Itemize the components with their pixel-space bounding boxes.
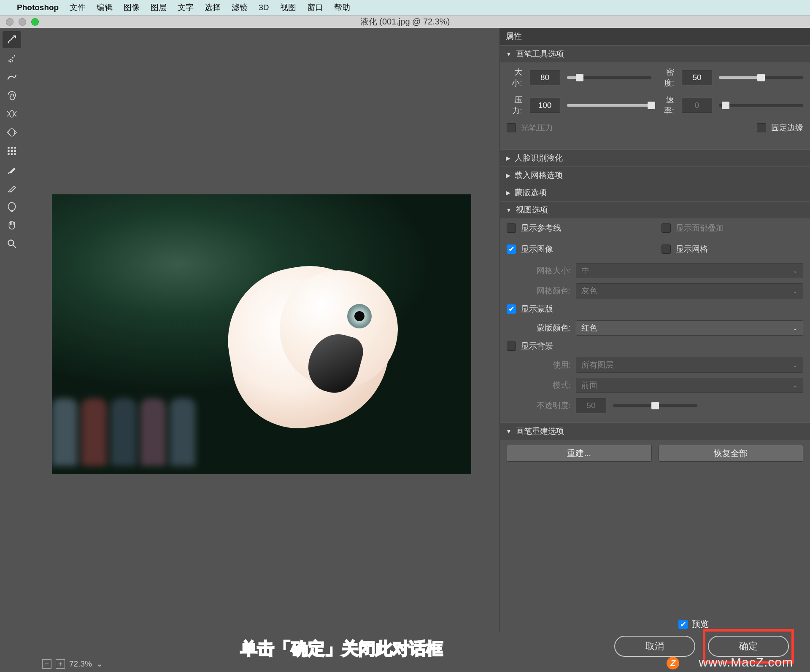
svg-point-15 [8, 240, 14, 245]
ok-button[interactable]: 确定 [708, 636, 789, 657]
size-input[interactable]: 80 [530, 70, 560, 85]
show-face-overlay-label: 显示面部叠加 [676, 223, 724, 234]
chevron-down-icon: ▼ [506, 51, 512, 57]
mesh-color-label: 网格颜色: [517, 285, 571, 296]
forward-warp-tool-icon[interactable] [3, 31, 21, 48]
density-input[interactable]: 50 [682, 70, 712, 85]
section-mask-options[interactable]: ▶ 蒙版选项 [500, 184, 810, 201]
hand-tool-icon[interactable] [3, 217, 21, 234]
chevron-down-icon[interactable]: ⌄ [96, 659, 103, 669]
opacity-label: 不透明度: [517, 400, 571, 411]
menu-layer[interactable]: 图层 [151, 2, 167, 13]
svg-rect-6 [8, 147, 9, 148]
chevron-right-icon: ▶ [506, 189, 510, 196]
twirl-tool-icon[interactable] [3, 87, 21, 104]
show-mesh-checkbox[interactable] [662, 245, 671, 254]
rate-slider [719, 104, 803, 107]
size-slider[interactable] [567, 76, 651, 79]
svg-rect-13 [11, 153, 13, 155]
freeze-mask-tool-icon[interactable] [3, 161, 21, 178]
maximize-window-button[interactable] [31, 18, 39, 26]
menu-file[interactable]: 文件 [70, 2, 86, 13]
section-load-mesh[interactable]: ▶ 载入网格选项 [500, 167, 810, 184]
svg-point-3 [14, 56, 15, 56]
menu-help[interactable]: 帮助 [334, 2, 350, 13]
menu-edit[interactable]: 编辑 [97, 2, 113, 13]
menu-type[interactable]: 文字 [178, 2, 194, 13]
rate-label: 速率: [659, 94, 675, 116]
section-title: 蒙版选项 [515, 187, 547, 198]
show-background-label: 显示背景 [521, 341, 553, 352]
bloat-tool-icon[interactable] [3, 124, 21, 141]
density-slider[interactable] [719, 76, 803, 79]
fixed-edge-checkbox[interactable] [757, 123, 766, 132]
section-title: 人脸识别液化 [515, 153, 563, 164]
window-titlebar: 液化 (001.jpg @ 72.3%) [0, 15, 810, 28]
section-brush-options[interactable]: ▼ 画笔工具选项 [500, 45, 810, 62]
window-title: 液化 (001.jpg @ 72.3%) [360, 16, 450, 27]
section-face-liquify[interactable]: ▶ 人脸识别液化 [500, 149, 810, 167]
zoom-out-button[interactable]: − [42, 659, 51, 669]
chevron-down-icon: ⌄ [793, 362, 798, 368]
menu-image[interactable]: 图像 [124, 2, 140, 13]
zoom-level[interactable]: 72.3% [69, 659, 92, 669]
show-guides-checkbox[interactable] [507, 223, 516, 233]
section-view-options[interactable]: ▼ 视图选项 [500, 201, 810, 218]
section-title: 画笔重建选项 [516, 426, 564, 437]
show-mask-checkbox[interactable]: ✔ [507, 304, 516, 314]
menu-view[interactable]: 视图 [280, 2, 296, 13]
zoom-tool-icon[interactable] [3, 235, 21, 252]
mesh-size-select: 中⌄ [576, 263, 803, 278]
thaw-mask-tool-icon[interactable] [3, 180, 21, 196]
pen-pressure-checkbox [507, 123, 516, 132]
close-window-button[interactable] [6, 18, 14, 26]
menu-app[interactable]: Photoshop [17, 3, 59, 12]
zoom-in-button[interactable]: + [56, 659, 65, 669]
preview-label: 预览 [692, 618, 709, 630]
menu-filter[interactable]: 滤镜 [232, 2, 248, 13]
show-mask-label: 显示蒙版 [521, 304, 553, 314]
minimize-window-button[interactable] [19, 18, 26, 26]
show-background-checkbox[interactable] [507, 341, 516, 351]
show-image-checkbox[interactable]: ✔ [507, 245, 516, 254]
properties-panel: 属性 ▼ 画笔工具选项 大小: 80 密度: 50 压力: [500, 28, 810, 632]
chevron-down-icon: ⌄ [793, 382, 798, 389]
pressure-label: 压力: [507, 94, 522, 116]
rebuild-button[interactable]: 重建... [507, 445, 652, 462]
svg-rect-7 [11, 147, 13, 148]
cancel-button[interactable]: 取消 [614, 636, 695, 657]
pressure-slider[interactable] [567, 104, 651, 107]
mesh-color-select: 灰色⌄ [576, 283, 803, 298]
pucker-tool-icon[interactable] [3, 105, 21, 122]
mesh-size-label: 网格大小: [517, 265, 571, 276]
chevron-down-icon: ⌄ [793, 325, 798, 331]
fixed-edge-label: 固定边缘 [771, 122, 803, 133]
liquify-toolbar [0, 28, 24, 632]
mode-label: 模式: [517, 380, 571, 391]
svg-rect-12 [8, 153, 9, 155]
svg-point-0 [8, 60, 9, 61]
svg-rect-8 [14, 147, 16, 148]
show-mesh-label: 显示网格 [676, 244, 708, 255]
rate-input: 0 [682, 98, 712, 113]
watermark-logo-icon: Z [667, 657, 679, 669]
use-label: 使用: [517, 360, 571, 371]
smooth-tool-icon[interactable] [3, 68, 21, 85]
menu-window[interactable]: 窗口 [307, 2, 323, 13]
menu-select[interactable]: 选择 [205, 2, 221, 13]
footer: − + 72.3% ⌄ ✔ 预览 取消 确定 单击「确定」关闭此对话框 Z ww… [0, 632, 810, 672]
push-left-tool-icon[interactable] [3, 142, 21, 159]
canvas-area[interactable] [24, 28, 500, 632]
reconstruct-tool-icon[interactable] [3, 50, 21, 67]
mask-color-select[interactable]: 红色⌄ [576, 320, 803, 336]
image-canvas[interactable] [52, 194, 471, 474]
density-label: 密度: [659, 67, 675, 89]
menu-3d[interactable]: 3D [259, 3, 269, 12]
face-tool-icon[interactable] [3, 198, 21, 215]
restore-all-button[interactable]: 恢复全部 [659, 445, 804, 462]
mode-select: 前面⌄ [576, 378, 803, 393]
preview-checkbox[interactable]: ✔ [678, 620, 688, 629]
section-reconstruct[interactable]: ▼ 画笔重建选项 [500, 422, 810, 440]
pressure-input[interactable]: 100 [530, 98, 560, 113]
panel-header: 属性 [500, 28, 810, 45]
